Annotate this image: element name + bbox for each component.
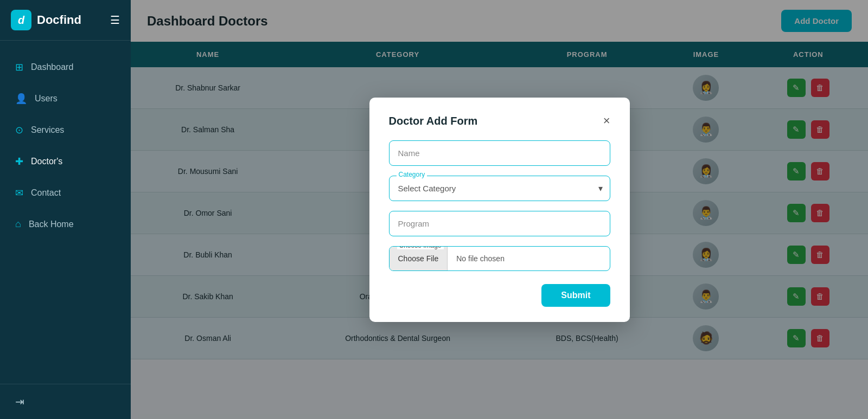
sidebar-item-back-home[interactable]: ⌂ Back Home (0, 209, 131, 240)
category-field-group: Category Select Category ▾ (389, 176, 610, 201)
category-select[interactable]: Select Category (389, 176, 610, 201)
sidebar-label-services: Services (31, 125, 64, 135)
sidebar-logo: d Docfind ☰ (0, 0, 131, 41)
modal-title: Doctor Add Form (389, 115, 478, 127)
services-icon: ⊙ (15, 124, 23, 136)
name-input[interactable] (389, 140, 610, 166)
doctor-add-modal: Doctor Add Form × Category Select Catego… (369, 98, 630, 322)
sidebar-item-services[interactable]: ⊙ Services (0, 114, 131, 146)
sidebar: d Docfind ☰ ⊞ Dashboard 👤 Users ⊙ Servic… (0, 0, 131, 419)
contact-icon: ✉ (15, 187, 23, 199)
file-input-row: Choose File No file chosen (390, 247, 610, 270)
sidebar-label-users: Users (35, 94, 58, 104)
logo-icon: d (11, 10, 31, 30)
modal-footer: Submit (389, 284, 610, 307)
sidebar-item-dashboard[interactable]: ⊞ Dashboard (0, 51, 131, 83)
logo-text: Docfind (37, 13, 81, 27)
sidebar-label-doctors: Doctor's (31, 157, 62, 166)
main-content: Dashboard Doctors Add Doctor NAME CATEGO… (131, 0, 868, 419)
sidebar-item-users[interactable]: 👤 Users (0, 83, 131, 114)
logout-icon: ⇥ (15, 395, 24, 408)
sidebar-item-doctors[interactable]: ✚ Doctor's (0, 146, 131, 177)
category-select-wrapper: Category Select Category ▾ (389, 176, 610, 201)
sidebar-label-contact: Contact (31, 188, 61, 198)
category-label: Category (397, 171, 427, 178)
name-field-group (389, 140, 610, 166)
program-field-group (389, 211, 610, 236)
sidebar-footer: ⇥ (0, 384, 131, 419)
hamburger-icon[interactable]: ☰ (110, 14, 120, 27)
image-label: Choose Image (397, 246, 444, 249)
sidebar-nav: ⊞ Dashboard 👤 Users ⊙ Services ✚ Doctor'… (0, 41, 131, 384)
sidebar-label-dashboard: Dashboard (31, 62, 73, 72)
users-icon: 👤 (15, 93, 27, 105)
sidebar-label-back-home: Back Home (29, 220, 74, 229)
home-icon: ⌂ (15, 218, 21, 230)
choose-file-button[interactable]: Choose File (390, 247, 448, 270)
dashboard-icon: ⊞ (15, 61, 23, 73)
submit-button[interactable]: Submit (541, 284, 610, 307)
program-input[interactable] (389, 211, 610, 236)
doctors-icon: ✚ (15, 156, 23, 167)
modal-overlay: Doctor Add Form × Category Select Catego… (131, 0, 868, 419)
modal-close-button[interactable]: × (603, 115, 610, 127)
sidebar-item-contact[interactable]: ✉ Contact (0, 177, 131, 209)
file-chosen-text: No file chosen (448, 247, 513, 270)
modal-header: Doctor Add Form × (389, 115, 610, 127)
image-field-group: Choose Image Choose File No file chosen (389, 246, 610, 271)
logout-button[interactable]: ⇥ (15, 395, 116, 408)
